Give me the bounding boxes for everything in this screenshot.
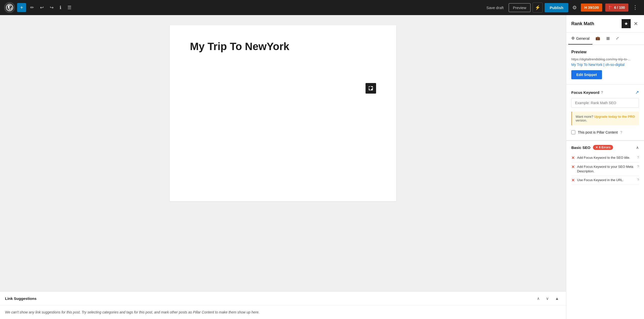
issue-text-3: Use Focus Keyword in the URL. [577,178,635,182]
trend-icon[interactable]: ↗ [635,90,639,95]
main-layout: My Trip To NewYork Rank Math ★ ✕ ⚙ Gener… [0,15,644,319]
link-suggestions-title: Link Suggestions [5,296,36,301]
issue-error-icon-1: ✕ [571,155,575,160]
upgrade-link[interactable]: Upgrade today to the PRO [594,115,635,118]
tab-general[interactable]: ⚙ General [568,32,592,45]
issue-help-2[interactable]: ? [637,165,639,168]
errors-badge: ✕ 6 Errors [593,145,613,150]
chevron-up-icon: ∧ [636,145,639,150]
link-suggestions-panel: Link Suggestions ∧ ∨ ▲ We can't show any… [0,291,566,319]
preview-url: https://digitaltrendsblog.com/my-trip-to… [571,57,639,61]
sidebar-tabs: ⚙ General 💼 ▦ ⤢ [566,32,644,45]
focus-keyword-help-icon[interactable]: ? [601,90,603,94]
focus-keyword-section: Focus Keyword ? ↗ Want more? Upgrade tod… [566,85,644,141]
settings-button[interactable]: ⚙ [570,3,579,13]
basic-seo-header[interactable]: Basic SEO ✕ 6 Errors ∧ [571,145,639,150]
tab-advanced[interactable]: 💼 [592,32,603,45]
seo-score-label: H 39/100 [584,6,599,10]
error-x-icon: ✕ [595,146,598,149]
ls-collapse-up-button[interactable]: ∧ [535,295,542,302]
sidebar-header: Rank Math ★ ✕ [566,15,644,32]
close-sidebar-button[interactable]: ✕ [633,19,639,28]
seo-score-button[interactable]: H 39/100 [581,4,602,12]
preview-link[interactable]: My Trip To NewYork | oh-so-digital [571,63,639,67]
edit-snippet-button[interactable]: Edit Snippet [571,70,602,79]
redo-button[interactable]: ↪ [48,3,56,12]
tab-schema[interactable]: ▦ [603,32,613,45]
publish-button[interactable]: Publish [545,3,568,12]
issue-text-2: Add Focus Keyword to your SEO Meta Descr… [577,165,635,174]
tools-button[interactable]: ✏ [28,3,36,12]
pillar-help-icon[interactable]: ? [620,130,622,134]
bookmark-button[interactable]: ★ [622,19,631,28]
basic-seo-title-area: Basic SEO ✕ 6 Errors [571,145,613,150]
basic-seo-title: Basic SEO [571,145,590,150]
editor-canvas: My Trip To NewYork [170,25,396,201]
pillar-content-label: This post is Pillar Content [578,130,618,134]
info-button[interactable]: ℹ [58,3,63,12]
issue-help-3[interactable]: ? [637,178,639,182]
top-toolbar: + ✏ ↩ ↪ ℹ ☰ Save draft Preview ⚡ Publish… [0,0,644,15]
block-toolbar-icon[interactable] [366,83,376,94]
seo-issue-2: ✕ Add Focus Keyword to your SEO Meta Des… [571,163,639,176]
issue-text-1: Add Focus Keyword to the SEO title. [577,155,635,160]
upgrade-notice: Want more? Upgrade today to the PRO vers… [571,112,639,125]
basic-seo-section: Basic SEO ✕ 6 Errors ∧ ✕ Add Focus Keywo… [566,141,644,189]
link-suggestions-controls: ∧ ∨ ▲ [535,295,561,302]
seo-issues-list: ✕ Add Focus Keyword to the SEO title. ? … [571,153,639,185]
save-draft-button[interactable]: Save draft [483,4,506,12]
errors-count: 6 Errors [599,146,611,149]
seo-issue-1: ✕ Add Focus Keyword to the SEO title. ? [571,153,639,163]
ls-maximize-button[interactable]: ▲ [553,295,561,302]
link-suggestions-header: Link Suggestions ∧ ∨ ▲ [0,292,566,306]
content-score-icon: 🚩 [609,6,613,10]
focus-keyword-header: Focus Keyword ? ↗ [571,90,639,95]
table-icon: ▦ [606,36,610,41]
wp-logo[interactable] [4,2,15,13]
undo-button[interactable]: ↩ [38,3,46,12]
sidebar-header-actions: ★ ✕ [622,19,639,28]
preview-label: Preview [571,50,639,54]
focus-keyword-input[interactable] [571,98,639,108]
gear-icon: ⚙ [571,36,575,41]
add-block-button[interactable]: + [17,3,26,12]
issue-error-icon-3: ✕ [571,178,575,183]
post-title[interactable]: My Trip To NewYork [190,40,376,53]
content-score-label: 6 / 100 [614,6,625,10]
pillar-content-section: This post is Pillar Content ? [571,129,639,135]
list-view-button[interactable]: ☰ [65,3,73,12]
upgrade-suffix: version. [576,118,587,122]
preview-button[interactable]: Preview [509,3,531,12]
content-score-button[interactable]: 🚩 6 / 100 [605,4,628,12]
focus-keyword-label: Focus Keyword ? [571,90,603,95]
more-options-button[interactable]: ⋮ [630,2,640,13]
issue-error-icon-2: ✕ [571,165,575,169]
pillar-content-checkbox[interactable] [571,130,575,134]
performance-button[interactable]: ⚡ [533,3,543,13]
sidebar-title: Rank Math [571,21,594,26]
analytics-icon: ⤢ [616,36,619,41]
seo-issue-3: ✕ Use Focus Keyword in the URL. ? [571,176,639,185]
upgrade-text: Want more? [576,115,593,118]
tab-general-label: General [576,36,589,41]
issue-help-1[interactable]: ? [637,155,639,159]
sidebar-content: Preview https://digitaltrendsblog.com/my… [566,45,644,319]
editor-area: My Trip To NewYork [0,15,566,319]
right-sidebar: Rank Math ★ ✕ ⚙ General 💼 ▦ ⤢ [566,15,644,319]
briefcase-icon: 💼 [595,36,600,41]
link-suggestions-body: We can't show any link suggestions for t… [0,306,566,319]
ls-expand-down-button[interactable]: ∨ [544,295,551,302]
tab-analytics[interactable]: ⤢ [613,32,622,45]
preview-section: Preview https://digitaltrendsblog.com/my… [566,45,644,85]
link-suggestions-text: We can't show any link suggestions for t… [5,310,561,315]
